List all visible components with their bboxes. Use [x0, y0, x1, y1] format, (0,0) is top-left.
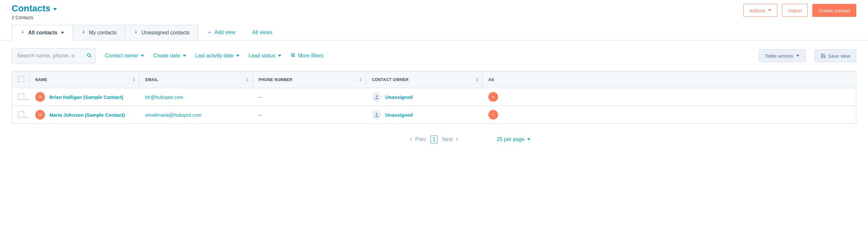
filter-label: Contact owner	[105, 53, 138, 59]
svg-point-6	[493, 96, 494, 98]
svg-point-0	[87, 53, 90, 56]
page-size-dropdown[interactable]: 25 per page	[497, 136, 530, 142]
add-view-label: Add view	[215, 29, 236, 35]
sort-icon	[476, 78, 478, 82]
tab-label: My contacts	[89, 30, 117, 36]
filter-contact-owner[interactable]: Contact owner	[105, 53, 144, 59]
col-owner-header[interactable]: CONTACT OWNER	[366, 71, 483, 88]
svg-point-3	[293, 56, 294, 57]
caret-down-icon	[183, 55, 186, 57]
contact-avatar	[35, 110, 45, 120]
owner-link[interactable]: Unassigned	[385, 94, 413, 100]
search-input[interactable]	[17, 52, 86, 59]
tab-label: All contacts	[28, 30, 58, 36]
contact-avatar	[35, 92, 45, 102]
svg-point-5	[376, 95, 377, 97]
table-actions-dropdown[interactable]: Table actions	[759, 49, 806, 62]
table-row: Brian Halligan (Sample Contact) bh@hubsp…	[12, 88, 856, 106]
caret-down-icon	[768, 9, 771, 11]
table-row: Maria Johnson (Sample Contact) emailmari…	[12, 106, 856, 124]
prev-label: Prev	[415, 136, 426, 142]
row-checkbox[interactable]	[18, 111, 24, 118]
next-label: Next	[442, 136, 453, 142]
sort-icon	[133, 78, 135, 82]
import-label: Import	[788, 8, 802, 13]
caret-down-icon	[278, 55, 281, 57]
sliders-icon	[290, 53, 296, 59]
tab-all-contacts[interactable]: All contacts	[12, 25, 73, 41]
sort-icon	[359, 78, 362, 82]
create-contact-button[interactable]: Create contact	[812, 4, 856, 17]
page-title-dropdown[interactable]: Contacts	[12, 3, 57, 14]
contact-name-link[interactable]: Maria Johnson (Sample Contact)	[50, 112, 125, 118]
pin-icon	[81, 30, 86, 36]
caret-down-icon	[796, 55, 799, 57]
next-page-button[interactable]: Next	[442, 136, 459, 142]
contact-email-link[interactable]: bh@hubspot.com	[145, 94, 184, 100]
svg-point-1	[293, 53, 294, 54]
more-filters-button[interactable]: More filters	[290, 53, 323, 59]
add-view-button[interactable]: Add view	[198, 25, 244, 40]
caret-down-icon	[141, 55, 144, 57]
chevron-left-icon	[409, 137, 413, 142]
table-actions-label: Table actions	[765, 53, 794, 59]
pin-icon	[134, 30, 138, 36]
actions-label: Actions	[749, 8, 766, 13]
col-phone-label: PHONE NUMBER	[258, 77, 292, 82]
filter-last-activity[interactable]: Last activity date	[195, 53, 240, 59]
page-size-label: 25 per page	[497, 136, 524, 142]
svg-point-2	[291, 55, 292, 56]
owner-avatar	[372, 92, 381, 102]
col-associated-header[interactable]: AS	[483, 71, 856, 88]
owner-link[interactable]: Unassigned	[385, 112, 413, 118]
filter-label: Lead status	[249, 53, 275, 59]
create-label: Create contact	[818, 8, 850, 13]
caret-down-icon	[61, 32, 64, 34]
contact-name-link[interactable]: Brian Halligan (Sample Contact)	[50, 94, 123, 100]
caret-down-icon	[236, 55, 240, 57]
tab-my-contacts[interactable]: My contacts	[73, 25, 125, 41]
filter-label: Last activity date	[195, 53, 234, 59]
actions-dropdown[interactable]: Actions	[743, 4, 777, 17]
chevron-right-icon	[455, 137, 459, 142]
col-name-label: NAME	[35, 77, 47, 82]
search-wrapper	[12, 48, 96, 63]
tab-label: Unassigned contacts	[142, 30, 190, 36]
col-email-header[interactable]: EMAIL	[140, 71, 253, 88]
search-icon[interactable]	[86, 53, 92, 59]
current-page[interactable]: 1	[430, 135, 438, 143]
select-all-checkbox[interactable]	[18, 76, 24, 82]
col-assoc-label: AS	[488, 77, 494, 82]
import-button[interactable]: Import	[782, 4, 808, 17]
more-filters-label: More filters	[298, 53, 323, 59]
owner-avatar	[372, 110, 381, 120]
associated-avatar[interactable]	[488, 92, 498, 102]
contact-phone: --	[258, 112, 262, 118]
save-view-label: Save view	[828, 53, 850, 59]
tab-unassigned-contacts[interactable]: Unassigned contacts	[125, 25, 198, 41]
col-checkbox	[12, 71, 29, 88]
filter-label: Create date	[153, 53, 180, 59]
col-owner-label: CONTACT OWNER	[372, 77, 409, 82]
all-views-label: All views	[252, 29, 273, 35]
contact-phone: --	[258, 94, 262, 100]
contact-email-link[interactable]: emailmaria@hubspot.com	[145, 112, 202, 118]
caret-down-icon	[53, 8, 57, 10]
prev-page-button[interactable]: Prev	[409, 136, 426, 142]
contacts-count: 2 Contacts	[12, 15, 743, 20]
pin-icon	[21, 30, 25, 36]
sort-icon	[246, 78, 249, 82]
svg-point-7	[39, 114, 41, 115]
col-name-header[interactable]: NAME	[29, 71, 140, 88]
col-phone-header[interactable]: PHONE NUMBER	[253, 71, 366, 88]
row-checkbox[interactable]	[18, 94, 24, 100]
page-title-text: Contacts	[12, 3, 51, 14]
save-view-button[interactable]: Save view	[815, 49, 856, 62]
col-email-label: EMAIL	[145, 77, 158, 82]
all-views-link[interactable]: All views	[244, 25, 281, 40]
filter-lead-status[interactable]: Lead status	[249, 53, 281, 59]
filter-create-date[interactable]: Create date	[153, 53, 186, 59]
svg-point-4	[39, 96, 41, 98]
plus-icon	[207, 30, 212, 35]
associated-avatar[interactable]	[488, 110, 498, 120]
